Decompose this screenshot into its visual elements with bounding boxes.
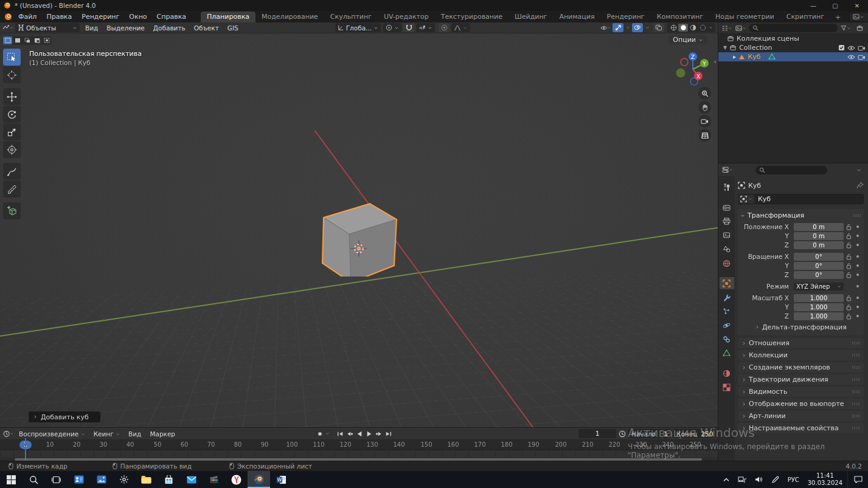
language-indicator[interactable]: РУС [784, 476, 803, 483]
tab-animation[interactable]: Анимация [553, 12, 600, 22]
properties-options-dropdown[interactable] [853, 165, 864, 174]
xray-toggle[interactable] [653, 23, 664, 32]
object-data-tab[interactable] [720, 347, 734, 359]
menu-timeline-view[interactable]: Вид [124, 430, 145, 438]
menu-object[interactable]: Объект [190, 24, 223, 32]
select-new-mode[interactable] [13, 36, 22, 44]
lock-icon[interactable] [844, 263, 854, 269]
yandex-browser-icon[interactable] [225, 471, 248, 488]
collection-hide-icon[interactable] [847, 45, 855, 51]
outliner-search-input[interactable] [749, 24, 838, 32]
lock-icon[interactable] [844, 233, 854, 239]
proportional-falloff-dropdown[interactable] [451, 23, 470, 32]
location-x-field[interactable]: 0 m [794, 223, 844, 231]
rotate-tool[interactable] [3, 106, 21, 123]
rotation-z-field[interactable]: 0° [794, 271, 844, 279]
menu-help[interactable]: Справка [152, 11, 191, 22]
viewlayer-tab[interactable] [720, 229, 734, 241]
motion-paths-panel[interactable]: Траектории движения [738, 374, 864, 385]
tab-uv-editing[interactable]: UV-редактор [378, 12, 435, 22]
properties-search-input[interactable] [755, 166, 827, 174]
breadcrumb-object-name[interactable]: Куб [748, 182, 761, 190]
move-tool[interactable] [3, 88, 21, 105]
scale-y-field[interactable]: 1.000 [794, 303, 844, 311]
tool-tab[interactable] [720, 181, 734, 193]
maximize-button[interactable]: ▢ [824, 0, 846, 11]
animate-dot[interactable] [854, 264, 861, 267]
animate-dot[interactable] [854, 315, 861, 317]
object-tab[interactable] [720, 277, 734, 289]
pan-view-button[interactable] [698, 101, 711, 114]
physics-tab[interactable] [720, 319, 734, 331]
menu-marker[interactable]: Маркер [145, 430, 179, 438]
tab-texture-paint[interactable]: Текстурирование [435, 12, 509, 22]
animate-dot[interactable] [854, 306, 861, 308]
navigation-gizmo[interactable]: Z Y X [674, 49, 712, 87]
task-view-button[interactable] [45, 471, 68, 488]
delta-transform-panel[interactable]: Дельта-трансформация [740, 322, 861, 332]
snap-settings-dropdown[interactable] [416, 23, 435, 32]
rotation-y-field[interactable]: 0° [794, 262, 844, 270]
prev-keyframe-button[interactable] [345, 430, 354, 438]
frame-start-field[interactable]: Начало1 [628, 429, 672, 438]
cube-object-row[interactable]: ▶ Куб [718, 52, 868, 61]
network-icon[interactable] [734, 476, 750, 483]
object-render-icon[interactable] [858, 54, 866, 60]
photos-app-icon[interactable] [90, 471, 113, 488]
object-name-value[interactable]: Куб [754, 195, 771, 203]
outliner-editor-type-icon[interactable] [721, 24, 732, 33]
mail-app-icon[interactable] [180, 471, 203, 488]
overlays-toggle[interactable] [632, 23, 643, 32]
collection-checkbox-icon[interactable] [838, 44, 845, 51]
word-app-icon[interactable]: W [270, 471, 293, 488]
texture-tab[interactable] [720, 381, 734, 393]
location-y-field[interactable]: 0 m [794, 232, 844, 240]
lock-icon[interactable] [844, 304, 854, 311]
playhead-line[interactable] [25, 438, 26, 461]
scale-z-field[interactable]: 1.000 [794, 312, 844, 320]
lock-icon[interactable] [844, 295, 854, 301]
tab-shading[interactable]: Шейдинг [509, 12, 553, 22]
rotation-mode-dropdown[interactable]: XYZ Эйлер [794, 283, 844, 290]
camera-view-button[interactable] [698, 115, 711, 128]
animate-dot[interactable] [854, 285, 861, 287]
animate-dot[interactable] [854, 235, 861, 237]
start-button[interactable] [0, 471, 23, 488]
transform-panel-header[interactable]: Трансформация [740, 211, 861, 220]
action-center-icon[interactable] [847, 471, 868, 488]
transform-orientation-dropdown[interactable]: Глоба... [335, 23, 381, 32]
settings-app-icon[interactable] [113, 471, 135, 488]
collection-expand-icon[interactable]: ▼ [723, 45, 727, 50]
constraints-tab[interactable] [720, 333, 734, 345]
select-intersect-mode[interactable] [42, 36, 51, 44]
play-reverse-button[interactable] [355, 430, 364, 438]
object-hide-icon[interactable] [847, 54, 855, 60]
object-expand-icon[interactable]: ▶ [733, 55, 736, 60]
animate-dot[interactable] [854, 255, 861, 258]
transform-tool[interactable] [3, 141, 21, 158]
select-extend-mode[interactable] [23, 36, 32, 44]
snap-toggle[interactable] [403, 23, 414, 32]
shading-rendered-button[interactable] [698, 24, 707, 32]
gizmos-dropdown[interactable] [625, 23, 631, 32]
shading-solid-button[interactable] [678, 24, 688, 32]
tray-chevron-icon[interactable] [720, 478, 733, 482]
object-name-field[interactable]: Куб [738, 194, 864, 204]
menu-playback[interactable]: Воспроизведение [15, 430, 89, 438]
volume-icon[interactable] [751, 476, 766, 483]
use-preview-range-toggle[interactable] [617, 430, 627, 438]
world-tab[interactable] [720, 257, 734, 269]
cursor-tool[interactable] [3, 66, 21, 83]
timeline-tracks[interactable] [0, 450, 718, 458]
instancing-panel[interactable]: Создание экземпляров [738, 362, 864, 373]
scene-selector[interactable]: Scene [849, 12, 868, 22]
viewport-3d[interactable]: Пользовательская перспектива (1) Collect… [0, 33, 718, 427]
tab-modeling[interactable]: Моделирование [255, 12, 324, 22]
scale-x-field[interactable]: 1.000 [794, 294, 844, 302]
tab-scripting[interactable]: Скриптинг [780, 12, 830, 22]
menu-render[interactable]: Рендеринг [77, 11, 124, 22]
scale-tool[interactable] [3, 123, 21, 140]
file-explorer-icon[interactable] [135, 471, 158, 488]
tab-rendering[interactable]: Рендеринг [601, 12, 651, 22]
shading-wireframe-button[interactable] [668, 24, 678, 32]
